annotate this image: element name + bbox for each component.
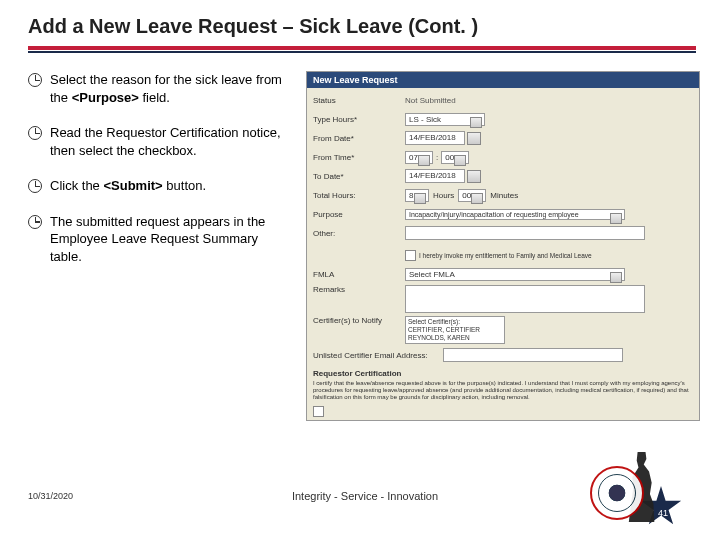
purpose-label: Purpose — [313, 210, 405, 219]
instruction-item: Select the reason for the sick leave fro… — [28, 71, 288, 106]
form-title: New Leave Request — [307, 72, 699, 88]
total-min-select[interactable]: 00 — [458, 189, 486, 202]
slide-title: Add a New Leave Request – Sick Leave (Co… — [0, 0, 720, 38]
fmla-checkbox[interactable] — [405, 250, 416, 261]
instruction-list: Select the reason for the sick leave fro… — [28, 71, 288, 421]
instruction-text: Click the <Submit> button. — [50, 177, 206, 195]
seal-icon — [590, 466, 644, 520]
instruction-item: Click the <Submit> button. — [28, 177, 288, 195]
clock-icon — [28, 126, 42, 140]
footer-date: 10/31/2020 — [28, 491, 178, 501]
other-label: Other: — [313, 229, 405, 238]
clock-icon — [28, 179, 42, 193]
title-underline — [0, 38, 720, 53]
remarks-label: Remarks — [313, 285, 405, 294]
instruction-item: The submitted request appears in the Emp… — [28, 213, 288, 266]
clock-icon — [28, 215, 42, 229]
to-date-input[interactable]: 14/FEB/2018 — [405, 169, 465, 183]
from-date-input[interactable]: 14/FEB/2018 — [405, 131, 465, 145]
other-input[interactable] — [405, 226, 645, 240]
total-label: Total Hours: — [313, 191, 405, 200]
instruction-text: Read the Requestor Certification notice,… — [50, 124, 288, 159]
min-unit: Minutes — [490, 191, 518, 200]
unlisted-email-input[interactable] — [443, 348, 623, 362]
fmla-cert-text: I hereby invoke my entitlement to Family… — [419, 252, 592, 259]
from-time-label: From Time* — [313, 153, 405, 162]
purpose-select[interactable]: Incapacity/injury/incapacitation of requ… — [405, 209, 625, 220]
fmla-select[interactable]: Select FMLA — [405, 268, 625, 281]
footer-tagline: Integrity - Service - Innovation — [178, 490, 552, 502]
to-date-label: To Date* — [313, 172, 405, 181]
total-hours-select[interactable]: 8 — [405, 189, 429, 202]
type-select[interactable]: LS - Sick — [405, 113, 485, 126]
leave-request-form: New Leave Request Status Not Submitted T… — [306, 71, 700, 421]
fmla-label: FMLA — [313, 270, 405, 279]
type-label: Type Hours* — [313, 115, 405, 124]
remarks-input[interactable] — [405, 285, 645, 313]
status-value: Not Submitted — [405, 96, 456, 105]
page-number: 41 — [658, 508, 668, 518]
from-hour-select[interactable]: 07 — [405, 151, 433, 164]
certifiers-label: Certifier(s) to Notify — [313, 316, 405, 325]
instruction-text: Select the reason for the sick leave fro… — [50, 71, 288, 106]
calendar-icon[interactable] — [467, 170, 481, 183]
footer-logo: 41 — [552, 466, 692, 526]
req-cert-checkbox[interactable] — [313, 406, 324, 417]
calendar-icon[interactable] — [467, 132, 481, 145]
unlisted-label: Unlisted Certifier Email Address: — [313, 351, 443, 360]
instruction-item: Read the Requestor Certification notice,… — [28, 124, 288, 159]
clock-icon — [28, 73, 42, 87]
hours-unit: Hours — [433, 191, 454, 200]
certifiers-listbox[interactable]: Select Certifier(s): CERTIFIER, CERTIFIE… — [405, 316, 505, 344]
req-cert-title: Requestor Certification — [313, 369, 693, 378]
status-label: Status — [313, 96, 405, 105]
from-date-label: From Date* — [313, 134, 405, 143]
instruction-text: The submitted request appears in the Emp… — [50, 213, 288, 266]
req-cert-text: I certify that the leave/absence request… — [313, 380, 693, 401]
from-min-select[interactable]: 00 — [441, 151, 469, 164]
